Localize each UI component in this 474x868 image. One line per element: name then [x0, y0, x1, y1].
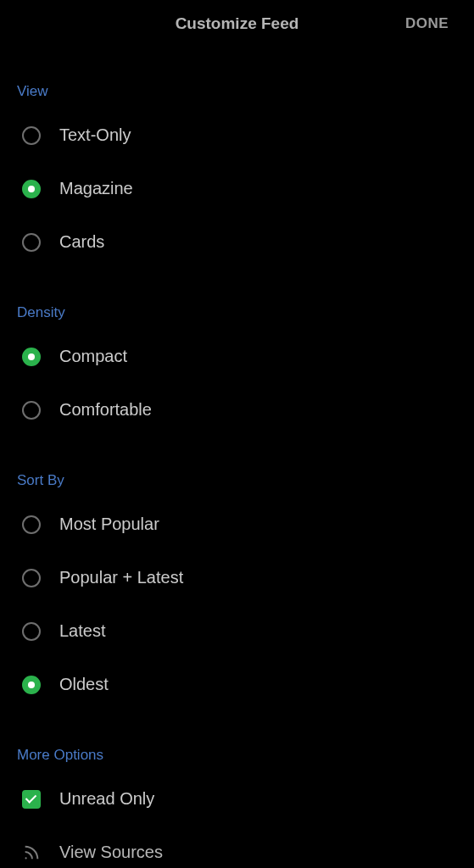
- checkbox-icon: [22, 790, 41, 809]
- rss-icon: [22, 843, 41, 862]
- option-compact[interactable]: Compact: [17, 330, 457, 383]
- radio-icon: [22, 569, 41, 587]
- option-comfortable[interactable]: Comfortable: [17, 383, 457, 437]
- option-oldest[interactable]: Oldest: [17, 658, 457, 711]
- header: Customize Feed DONE: [0, 0, 474, 47]
- option-label: Compact: [59, 347, 127, 366]
- radio-icon: [22, 622, 41, 641]
- option-label: View Sources: [59, 843, 163, 862]
- content: View Text-Only Magazine Cards Density Co…: [0, 83, 474, 868]
- section-density: Density Compact Comfortable: [17, 304, 457, 437]
- section-more-options: More Options Unread Only View Sources: [17, 747, 457, 868]
- radio-icon: [22, 126, 41, 145]
- section-view: View Text-Only Magazine Cards: [17, 83, 457, 269]
- option-label: Popular + Latest: [59, 568, 183, 587]
- option-cards[interactable]: Cards: [17, 215, 457, 269]
- section-title-more-options: More Options: [17, 747, 457, 764]
- option-label: Unread Only: [59, 789, 154, 809]
- option-label: Comfortable: [59, 400, 152, 420]
- option-latest[interactable]: Latest: [17, 604, 457, 658]
- page-title: Customize Feed: [176, 14, 299, 33]
- radio-icon: [22, 180, 41, 198]
- radio-icon: [22, 676, 41, 694]
- option-label: Magazine: [59, 179, 133, 198]
- option-label: Cards: [59, 232, 104, 252]
- radio-icon: [22, 401, 41, 420]
- radio-icon: [22, 515, 41, 534]
- option-label: Text-Only: [59, 125, 131, 145]
- option-text-only[interactable]: Text-Only: [17, 108, 457, 162]
- section-sort-by: Sort By Most Popular Popular + Latest La…: [17, 472, 457, 711]
- option-unread-only[interactable]: Unread Only: [17, 772, 457, 826]
- done-button[interactable]: DONE: [405, 15, 449, 32]
- option-popular-latest[interactable]: Popular + Latest: [17, 551, 457, 604]
- section-title-view: View: [17, 83, 457, 100]
- option-label: Most Popular: [59, 515, 159, 534]
- option-magazine[interactable]: Magazine: [17, 162, 457, 215]
- option-view-sources[interactable]: View Sources: [17, 826, 457, 868]
- option-label: Oldest: [59, 675, 109, 694]
- svg-point-0: [25, 857, 26, 859]
- section-title-sort-by: Sort By: [17, 472, 457, 489]
- radio-icon: [22, 348, 41, 366]
- section-title-density: Density: [17, 304, 457, 321]
- option-most-popular[interactable]: Most Popular: [17, 498, 457, 551]
- option-label: Latest: [59, 621, 105, 641]
- radio-icon: [22, 233, 41, 252]
